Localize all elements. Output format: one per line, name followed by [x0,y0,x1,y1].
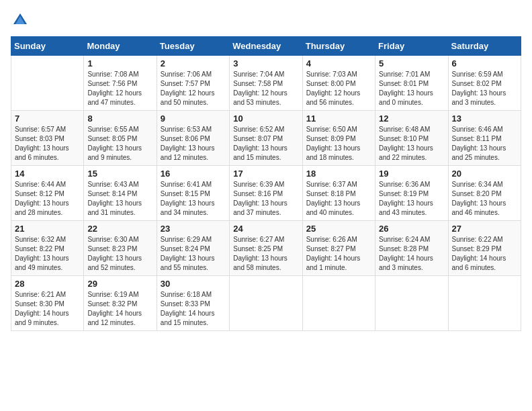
calendar-cell: 20Sunrise: 6:34 AM Sunset: 8:20 PM Dayli… [448,166,521,221]
calendar-cell: 19Sunrise: 6:36 AM Sunset: 8:19 PM Dayli… [375,166,448,221]
day-info: Sunrise: 6:36 AM Sunset: 8:19 PM Dayligh… [379,180,444,218]
calendar-cell: 30Sunrise: 6:18 AM Sunset: 8:33 PM Dayli… [157,276,229,331]
weekday-header-saturday: Saturday [448,37,521,56]
day-number: 27 [452,224,517,234]
calendar-cell [11,56,84,111]
day-number: 20 [452,169,517,179]
calendar-cell: 3Sunrise: 7:04 AM Sunset: 7:58 PM Daylig… [230,56,302,111]
day-number: 2 [161,58,226,68]
day-info: Sunrise: 6:22 AM Sunset: 8:29 PM Dayligh… [452,235,517,273]
day-info: Sunrise: 6:19 AM Sunset: 8:32 PM Dayligh… [87,290,152,328]
logo-icon [11,11,30,30]
day-info: Sunrise: 7:04 AM Sunset: 7:58 PM Dayligh… [233,70,298,107]
calendar-cell: 21Sunrise: 6:32 AM Sunset: 8:22 PM Dayli… [11,221,84,276]
day-info: Sunrise: 6:18 AM Sunset: 8:33 PM Dayligh… [161,290,226,328]
calendar-cell: 26Sunrise: 6:24 AM Sunset: 8:28 PM Dayli… [375,221,448,276]
week-row-0: 1Sunrise: 7:08 AM Sunset: 7:56 PM Daylig… [11,56,521,111]
day-number: 11 [306,113,371,124]
day-info: Sunrise: 7:01 AM Sunset: 8:01 PM Dayligh… [379,70,444,107]
day-info: Sunrise: 6:57 AM Sunset: 8:03 PM Dayligh… [15,125,80,163]
day-info: Sunrise: 6:41 AM Sunset: 8:15 PM Dayligh… [161,180,226,218]
day-info: Sunrise: 6:44 AM Sunset: 8:12 PM Dayligh… [15,180,80,218]
day-info: Sunrise: 6:59 AM Sunset: 8:02 PM Dayligh… [452,70,517,107]
calendar-cell: 23Sunrise: 6:29 AM Sunset: 8:24 PM Dayli… [157,221,229,276]
calendar-cell: 1Sunrise: 7:08 AM Sunset: 7:56 PM Daylig… [84,56,157,111]
day-info: Sunrise: 6:39 AM Sunset: 8:16 PM Dayligh… [233,180,298,218]
calendar-cell: 28Sunrise: 6:21 AM Sunset: 8:30 PM Dayli… [11,276,84,331]
day-info: Sunrise: 6:53 AM Sunset: 8:06 PM Dayligh… [161,125,226,163]
calendar-cell [448,276,521,331]
day-number: 1 [87,58,152,68]
calendar-cell [230,276,302,331]
day-info: Sunrise: 6:29 AM Sunset: 8:24 PM Dayligh… [161,235,226,273]
page-header [11,11,521,30]
day-info: Sunrise: 6:50 AM Sunset: 8:09 PM Dayligh… [306,125,371,163]
weekday-header-thursday: Thursday [302,37,375,56]
day-number: 3 [233,58,298,68]
day-info: Sunrise: 6:55 AM Sunset: 8:05 PM Dayligh… [87,125,152,163]
calendar-cell: 13Sunrise: 6:46 AM Sunset: 8:11 PM Dayli… [448,111,521,166]
weekday-header-row: SundayMondayTuesdayWednesdayThursdayFrid… [11,37,521,56]
weekday-header-friday: Friday [375,37,448,56]
day-number: 19 [379,169,444,179]
day-number: 17 [233,169,298,179]
weekday-header-sunday: Sunday [11,37,84,56]
day-number: 29 [87,279,152,289]
day-info: Sunrise: 6:48 AM Sunset: 8:10 PM Dayligh… [379,125,444,163]
day-info: Sunrise: 7:08 AM Sunset: 7:56 PM Dayligh… [87,70,152,107]
day-number: 14 [15,169,80,179]
day-info: Sunrise: 6:34 AM Sunset: 8:20 PM Dayligh… [452,180,517,218]
day-number: 21 [15,224,80,234]
day-number: 26 [379,224,444,234]
day-number: 13 [452,113,517,124]
day-number: 18 [306,169,371,179]
day-info: Sunrise: 6:27 AM Sunset: 8:25 PM Dayligh… [233,235,298,273]
calendar-cell [375,276,448,331]
day-number: 16 [161,169,226,179]
calendar-cell: 7Sunrise: 6:57 AM Sunset: 8:03 PM Daylig… [11,111,84,166]
calendar-cell: 24Sunrise: 6:27 AM Sunset: 8:25 PM Dayli… [230,221,302,276]
calendar-cell: 17Sunrise: 6:39 AM Sunset: 8:16 PM Dayli… [230,166,302,221]
calendar-cell: 29Sunrise: 6:19 AM Sunset: 8:32 PM Dayli… [84,276,157,331]
calendar-cell: 9Sunrise: 6:53 AM Sunset: 8:06 PM Daylig… [157,111,229,166]
calendar-cell: 27Sunrise: 6:22 AM Sunset: 8:29 PM Dayli… [448,221,521,276]
day-number: 9 [161,113,226,124]
weekday-header-wednesday: Wednesday [230,37,302,56]
day-info: Sunrise: 6:26 AM Sunset: 8:27 PM Dayligh… [306,235,371,273]
calendar-cell: 5Sunrise: 7:01 AM Sunset: 8:01 PM Daylig… [375,56,448,111]
day-number: 24 [233,224,298,234]
day-number: 5 [379,58,444,68]
day-number: 4 [306,58,371,68]
calendar-cell: 11Sunrise: 6:50 AM Sunset: 8:09 PM Dayli… [302,111,375,166]
day-info: Sunrise: 6:37 AM Sunset: 8:18 PM Dayligh… [306,180,371,218]
calendar-cell: 16Sunrise: 6:41 AM Sunset: 8:15 PM Dayli… [157,166,229,221]
day-number: 10 [233,113,298,124]
day-info: Sunrise: 6:46 AM Sunset: 8:11 PM Dayligh… [452,125,517,163]
day-info: Sunrise: 6:52 AM Sunset: 8:07 PM Dayligh… [233,125,298,163]
weekday-header-tuesday: Tuesday [157,37,229,56]
logo [11,11,32,30]
calendar-cell: 15Sunrise: 6:43 AM Sunset: 8:14 PM Dayli… [84,166,157,221]
day-number: 23 [161,224,226,234]
week-row-1: 7Sunrise: 6:57 AM Sunset: 8:03 PM Daylig… [11,111,521,166]
calendar-cell: 8Sunrise: 6:55 AM Sunset: 8:05 PM Daylig… [84,111,157,166]
calendar-cell [302,276,375,331]
calendar-cell: 6Sunrise: 6:59 AM Sunset: 8:02 PM Daylig… [448,56,521,111]
day-info: Sunrise: 6:24 AM Sunset: 8:28 PM Dayligh… [379,235,444,273]
calendar-cell: 10Sunrise: 6:52 AM Sunset: 8:07 PM Dayli… [230,111,302,166]
day-number: 8 [87,113,152,124]
weekday-header-monday: Monday [84,37,157,56]
day-number: 7 [15,113,80,124]
day-info: Sunrise: 6:21 AM Sunset: 8:30 PM Dayligh… [15,290,80,328]
calendar-cell: 22Sunrise: 6:30 AM Sunset: 8:23 PM Dayli… [84,221,157,276]
week-row-3: 21Sunrise: 6:32 AM Sunset: 8:22 PM Dayli… [11,221,521,276]
week-row-2: 14Sunrise: 6:44 AM Sunset: 8:12 PM Dayli… [11,166,521,221]
day-number: 30 [161,279,226,289]
day-number: 25 [306,224,371,234]
week-row-4: 28Sunrise: 6:21 AM Sunset: 8:30 PM Dayli… [11,276,521,331]
day-number: 28 [15,279,80,289]
calendar-cell: 2Sunrise: 7:06 AM Sunset: 7:57 PM Daylig… [157,56,229,111]
calendar-cell: 12Sunrise: 6:48 AM Sunset: 8:10 PM Dayli… [375,111,448,166]
day-info: Sunrise: 7:06 AM Sunset: 7:57 PM Dayligh… [161,70,226,107]
day-info: Sunrise: 7:03 AM Sunset: 8:00 PM Dayligh… [306,70,371,107]
